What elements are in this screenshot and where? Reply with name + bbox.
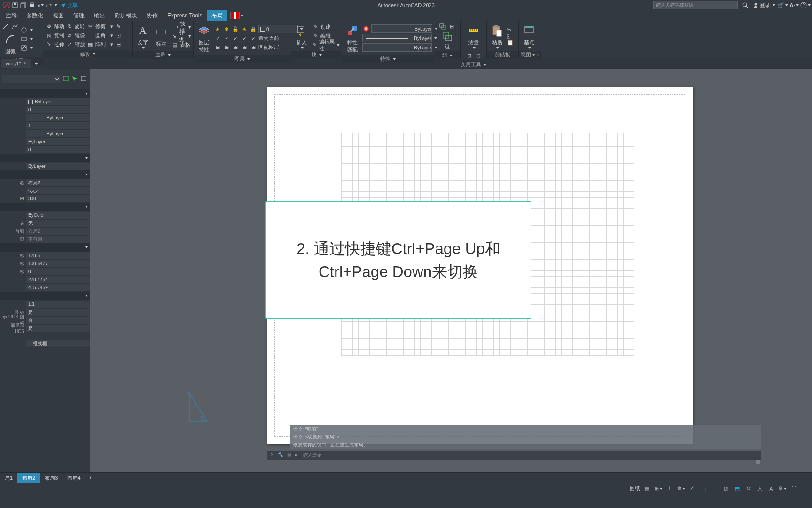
set-current-button[interactable]: ✓✓✓✓✓置为当前 bbox=[214, 34, 303, 42]
array-button[interactable]: ▦阵列▾ bbox=[86, 40, 113, 49]
base-button[interactable]: 基点 bbox=[521, 22, 538, 50]
offset-icon[interactable]: ⊡ bbox=[115, 32, 122, 40]
prop-section-header[interactable] bbox=[0, 170, 90, 179]
rect-icon[interactable] bbox=[20, 35, 28, 43]
panel-view-label[interactable]: 视图▾ » bbox=[519, 51, 542, 59]
annotation-icon[interactable]: 人 bbox=[756, 484, 764, 493]
cart-icon[interactable]: 🛒 bbox=[779, 1, 787, 9]
line-icon[interactable] bbox=[2, 23, 9, 30]
match-props-button[interactable]: 特性 匹配 bbox=[344, 22, 361, 54]
tab-view[interactable]: 视图 bbox=[48, 10, 69, 21]
layout-tab[interactable]: 布局4 bbox=[62, 473, 85, 483]
paper-space-toggle[interactable]: 图纸 bbox=[630, 485, 640, 492]
prop-row[interactable]: ByLayer bbox=[0, 130, 90, 138]
prop-row[interactable]: 二维线框 bbox=[0, 340, 90, 348]
object-type-dropdown[interactable] bbox=[2, 75, 61, 83]
tab-param[interactable]: 参数化 bbox=[22, 10, 48, 21]
prop-row[interactable]: ByLayer bbox=[0, 114, 90, 122]
match-layer-button[interactable]: ⊞⊞⊞⊞⊞匹配图层 bbox=[214, 43, 303, 51]
tab-addon[interactable]: 附加模块 bbox=[110, 10, 142, 21]
tab-layout[interactable]: 布局 bbox=[207, 10, 227, 21]
mirror-button[interactable]: ⧉镜像 bbox=[66, 32, 85, 40]
group-button[interactable]: 组 bbox=[442, 31, 453, 50]
file-tab[interactable]: wing1*× bbox=[1, 59, 31, 68]
tab-express[interactable]: Express Tools bbox=[163, 10, 207, 21]
search-input[interactable]: 键入关键字或短语 bbox=[653, 1, 738, 9]
panel-group-label[interactable]: 组 bbox=[434, 51, 460, 59]
prop-row[interactable]: 名布局2 bbox=[0, 179, 90, 187]
help-icon[interactable]: ? bbox=[802, 1, 809, 9]
text-button[interactable]: A文字 bbox=[134, 22, 151, 50]
prop-row[interactable]: 标0 bbox=[0, 268, 90, 276]
undo-icon[interactable]: ◂ bbox=[37, 1, 44, 9]
prop-section-header[interactable] bbox=[0, 243, 90, 252]
save-all-icon[interactable] bbox=[20, 1, 27, 9]
workspace-icon[interactable]: ⚙ bbox=[778, 484, 787, 493]
close-tab-icon[interactable]: × bbox=[24, 59, 27, 68]
new-layout-icon[interactable]: + bbox=[86, 475, 96, 481]
prop-row[interactable]: 首到布局2 bbox=[0, 227, 90, 235]
table-button[interactable]: ▤表格 bbox=[171, 41, 191, 49]
panel-util-label[interactable]: 实用工具 bbox=[461, 61, 486, 69]
prop-row[interactable]: ByColor bbox=[0, 211, 90, 219]
prop-row[interactable]: 标100.6477 bbox=[0, 260, 90, 268]
dim-button[interactable]: 标注 bbox=[153, 24, 170, 48]
lineweight-dropdown[interactable]: ByLayer bbox=[362, 34, 432, 42]
erase-icon[interactable]: ⊟ bbox=[115, 41, 122, 48]
tab-annotate[interactable]: 注释 bbox=[1, 10, 22, 21]
snap-icon[interactable]: ⊞ bbox=[654, 484, 663, 493]
polyline-icon[interactable] bbox=[11, 23, 18, 30]
prop-row[interactable]: 415.7459 bbox=[0, 284, 90, 292]
transparency-icon[interactable]: ▨ bbox=[722, 484, 730, 493]
drawing-canvas[interactable]: 2. 通过快捷键Ctrl+Page Up和Ctrl+Page Down来切换 Y… bbox=[90, 69, 812, 472]
cycling-icon[interactable]: ⟳ bbox=[744, 484, 753, 493]
autodesk-icon[interactable]: A· bbox=[790, 1, 798, 9]
circle-icon[interactable] bbox=[20, 26, 28, 34]
new-file-icon[interactable]: + bbox=[31, 61, 41, 66]
ortho-icon[interactable]: ⊥ bbox=[665, 484, 674, 493]
tab-output[interactable]: 输出 bbox=[89, 10, 110, 21]
share-button[interactable]: 共享 bbox=[60, 2, 78, 9]
panel-modify-label[interactable]: 修改 bbox=[43, 50, 132, 58]
move-button[interactable]: ✥移动 bbox=[45, 23, 64, 31]
hatch-icon[interactable] bbox=[20, 44, 28, 52]
ungroup-icon[interactable]: ⊟ bbox=[448, 23, 455, 30]
calc-icon[interactable]: ⊞ bbox=[465, 52, 473, 59]
fillet-button[interactable]: ⌐圆角▾ bbox=[86, 32, 113, 40]
layout-tab[interactable]: 局1 bbox=[0, 473, 17, 483]
print-icon[interactable] bbox=[28, 1, 36, 9]
arc-button[interactable]: 圆弧 bbox=[2, 31, 19, 56]
tab-collab[interactable]: 协作 bbox=[142, 10, 163, 21]
anno-scale-icon[interactable]: A bbox=[767, 484, 775, 493]
linetype-dropdown[interactable]: ByLayer bbox=[362, 43, 432, 52]
quick-select-icon[interactable] bbox=[62, 75, 70, 83]
color-dropdown[interactable]: ByLayer bbox=[371, 24, 432, 33]
prop-row[interactable]: 1 bbox=[0, 122, 90, 130]
panel-layer-label[interactable]: 图层 bbox=[194, 55, 291, 63]
prop-row[interactable]: PI300 bbox=[0, 195, 90, 203]
customize-cmd-icon[interactable]: 🔧 bbox=[277, 452, 284, 459]
trim-button[interactable]: ✂修剪▾ bbox=[86, 23, 113, 31]
close-cmd-icon[interactable]: × bbox=[269, 452, 275, 459]
customize-icon[interactable]: ≡ bbox=[801, 484, 809, 493]
prop-row[interactable]: <无> bbox=[0, 187, 90, 195]
layout-tab[interactable]: 布局3 bbox=[40, 473, 62, 483]
command-line[interactable]: × 🔧 ▤ ▸_ 键入命令 bbox=[267, 451, 761, 460]
redo-icon[interactable]: ▸ bbox=[45, 1, 53, 9]
cmd-recent-icon[interactable]: ▤ bbox=[286, 452, 292, 459]
copy-clip-icon[interactable]: ⎘ bbox=[507, 33, 514, 39]
block-attr-button[interactable]: ✎编辑属性▾ bbox=[312, 41, 340, 49]
max-icon[interactable]: ⛶ bbox=[789, 484, 798, 493]
tab-manage[interactable]: 管理 bbox=[69, 10, 89, 21]
qat-dropdown-icon[interactable] bbox=[55, 4, 57, 6]
prop-row[interactable]: 228.4754 bbox=[0, 276, 90, 284]
leader-button[interactable]: ↘引线▾ bbox=[171, 32, 191, 40]
group-icon[interactable] bbox=[439, 23, 446, 30]
measure-button[interactable]: 测量 bbox=[465, 22, 482, 50]
save-icon[interactable] bbox=[11, 1, 19, 9]
panel-props-label[interactable]: 特性 bbox=[342, 55, 434, 63]
login-button[interactable]: 登录 bbox=[753, 2, 775, 9]
select-objects-icon[interactable] bbox=[71, 75, 79, 83]
prop-row[interactable]: 1:1 bbox=[0, 300, 90, 308]
polar-icon[interactable]: ✽ bbox=[677, 484, 685, 493]
